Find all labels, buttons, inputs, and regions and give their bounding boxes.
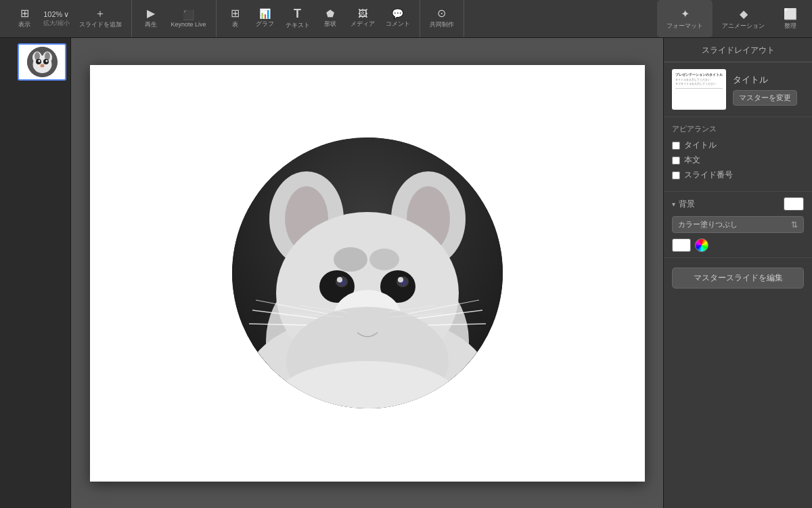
bg-color-swatch[interactable]	[784, 197, 804, 211]
table-label: 表	[232, 20, 238, 29]
animate-label: アニメーション	[722, 22, 765, 30]
panel-title: スライドレイアウト	[664, 38, 812, 62]
table-button[interactable]: ⊞ 表	[221, 5, 250, 32]
media-icon: 🖼	[358, 9, 367, 18]
insert-group: ⊞ 表 📊 グラフ T テキスト ⬟ 形状 🖼 メディア 💬 コメント	[217, 0, 420, 37]
background-label: 背景	[679, 198, 695, 210]
keynote-live-button[interactable]: ⬛ Keynote Live	[166, 7, 212, 30]
display-icon: ⊞	[20, 8, 29, 19]
svg-point-9	[45, 60, 47, 62]
svg-point-21	[334, 247, 367, 272]
graph-label: グラフ	[256, 20, 274, 28]
slide-thumb-inner	[19, 45, 65, 79]
svg-point-29	[337, 277, 342, 282]
master-section: プレゼンテーションのタイトル タイトルを入力してください サブタイトルを入力して…	[664, 62, 812, 117]
add-slide-button[interactable]: ＋ スライドを追加	[74, 5, 127, 32]
ferret-svg	[232, 137, 503, 408]
thumb-ferret-svg	[27, 47, 58, 77]
zoom-arrow-icon: ∨	[64, 10, 69, 19]
table-icon: ⊞	[231, 8, 240, 19]
arrange-label: 整理	[784, 22, 796, 30]
ferret-circle-image[interactable]	[232, 137, 503, 408]
text-label: テキスト	[286, 21, 310, 30]
slide-thumbnail-container: 1	[4, 43, 66, 81]
play-button[interactable]: ▶ 再生	[136, 5, 166, 32]
shape-icon: ⬟	[326, 9, 334, 18]
title-checkbox[interactable]	[672, 142, 680, 150]
canvas-area[interactable]	[71, 38, 663, 508]
display-label: 表示	[18, 20, 30, 29]
format-label: フォーマット	[667, 22, 703, 30]
edit-master-button[interactable]: マスタースライドを編集	[672, 268, 804, 289]
format-button[interactable]: ✦ フォーマット	[657, 0, 713, 37]
bg-chevron-icon[interactable]: ▾	[672, 200, 675, 208]
fill-type-label: カラー塗りつぶし	[678, 219, 738, 230]
slidenum-appearance-row: スライド番号	[672, 169, 804, 181]
master-thumb-title: プレゼンテーションのタイトル	[675, 72, 723, 77]
add-slide-icon: ＋	[95, 8, 106, 19]
right-toolbar-group: ✦ フォーマット ◆ アニメーション ⬜ 整理	[657, 0, 807, 37]
color-swatch-small[interactable]	[672, 238, 691, 252]
thumb-circle	[27, 47, 58, 77]
body-checkbox[interactable]	[672, 156, 680, 165]
collaborate-button[interactable]: ⊙ 共同制作	[424, 5, 459, 32]
bg-header-left: ▾ 背景	[672, 198, 695, 210]
display-group: ⊞ 表示 102% ∨ 拡大/縮小 ＋ スライドを追加	[5, 0, 132, 37]
main-area: 1	[0, 38, 812, 508]
title-check-label[interactable]: タイトル	[684, 140, 717, 151]
add-slide-label: スライドを追加	[79, 20, 122, 29]
background-section: ▾ 背景 カラー塗りつぶし ⇅	[664, 192, 812, 258]
body-appearance-row: 本文	[672, 154, 804, 166]
text-icon: T	[294, 7, 301, 20]
slide-thumbnail[interactable]	[18, 43, 66, 81]
media-label: メディア	[351, 20, 375, 28]
bg-header: ▾ 背景	[672, 197, 804, 211]
format-icon: ✦	[681, 7, 690, 20]
arrange-icon: ⬜	[784, 7, 797, 20]
media-button[interactable]: 🖼 メディア	[345, 6, 380, 31]
text-button[interactable]: T テキスト	[280, 5, 315, 33]
animate-icon: ◆	[740, 7, 748, 20]
arrange-button[interactable]: ⬜ 整理	[774, 0, 807, 37]
appearance-section: アピアランス タイトル 本文 スライド番号	[664, 117, 812, 192]
slidenum-checkbox[interactable]	[672, 171, 680, 179]
color-wheel-icon[interactable]	[695, 238, 708, 252]
body-check-label[interactable]: 本文	[684, 154, 700, 166]
svg-point-30	[398, 277, 403, 282]
svg-point-22	[369, 249, 399, 270]
fill-type-arrows-icon: ⇅	[791, 220, 798, 230]
collaborate-label: 共同制作	[430, 20, 454, 29]
master-thumb-divider	[675, 88, 723, 89]
animate-button[interactable]: ◆ アニメーション	[713, 0, 774, 37]
comment-label: コメント	[386, 20, 410, 28]
play-group: ▶ 再生 ⬛ Keynote Live	[132, 0, 217, 37]
change-master-button[interactable]: マスターを変更	[733, 90, 797, 106]
master-name: タイトル	[733, 74, 797, 86]
keynote-live-icon: ⬛	[183, 10, 194, 20]
zoom-group[interactable]: 102% ∨ 拡大/縮小	[39, 7, 74, 30]
master-thumb-sub1: タイトルを入力してください	[675, 79, 723, 82]
play-label: 再生	[145, 20, 157, 29]
keynote-live-label: Keynote Live	[171, 21, 206, 28]
slide-panel: 1	[0, 38, 71, 508]
graph-icon: 📊	[259, 9, 271, 18]
comment-icon: 💬	[392, 9, 403, 18]
title-appearance-row: タイトル	[672, 140, 804, 151]
slide-canvas	[90, 65, 645, 482]
master-info: タイトル マスターを変更	[733, 74, 797, 106]
play-icon: ▶	[147, 8, 155, 19]
master-thumb-sub2: サブタイトルを入力してください	[675, 83, 723, 86]
shape-label: 形状	[324, 20, 336, 28]
slidenum-check-label[interactable]: スライド番号	[684, 169, 733, 181]
master-row: プレゼンテーションのタイトル タイトルを入力してください サブタイトルを入力して…	[672, 69, 804, 110]
zoom-sublabel: 拡大/縮小	[43, 19, 70, 28]
fill-type-select[interactable]: カラー塗りつぶし ⇅	[672, 216, 804, 233]
svg-point-8	[38, 60, 40, 62]
right-panel: スライドレイアウト プレゼンテーションのタイトル タイトルを入力してください サ…	[663, 38, 812, 508]
zoom-value: 102% ∨	[43, 10, 69, 19]
shape-button[interactable]: ⬟ 形状	[315, 6, 345, 31]
comment-button[interactable]: 💬 コメント	[380, 6, 415, 31]
collaborate-icon: ⊙	[437, 8, 446, 19]
display-button[interactable]: ⊞ 表示	[9, 5, 39, 32]
graph-button[interactable]: 📊 グラフ	[250, 6, 280, 31]
